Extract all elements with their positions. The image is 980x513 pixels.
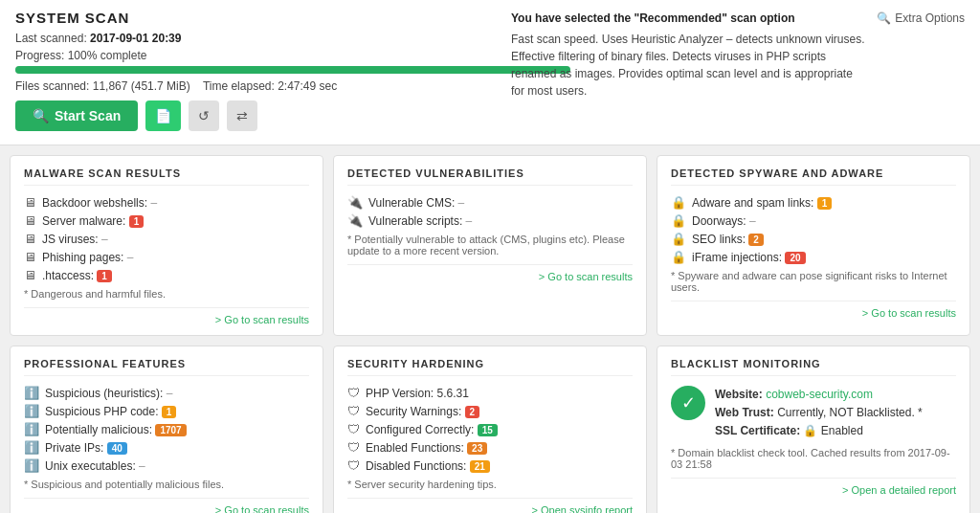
hardening-title: SECURITY HARDENING xyxy=(347,358,633,376)
action-buttons: 🔍 Start Scan 📄 ↺ ⇄ xyxy=(15,100,570,131)
malware-note: * Dangerous and harmful files. xyxy=(24,288,309,300)
vuln-icon-1: 🔌 xyxy=(347,213,363,228)
prof-row-3: ℹ️ Private IPs: 40 xyxy=(24,440,309,455)
hard-icon-4: 🛡 xyxy=(347,458,360,473)
professional-link[interactable]: > Go to scan results xyxy=(24,498,309,513)
vuln-note: * Potentially vulnerable to attack (CMS,… xyxy=(347,234,633,256)
hard-row-2: 🛡 Configured Correctly: 15 xyxy=(347,422,633,436)
malware-row-3: 🖥 Phishing pages: – xyxy=(24,250,309,264)
hard-row-1: 🛡 Security Warnings: 2 xyxy=(347,404,633,418)
professional-card: PROFESSIONAL FEATURES ℹ️ Suspicious (heu… xyxy=(10,346,323,513)
malware-icon-1: 🖥 xyxy=(24,213,36,228)
vuln-icon-0: 🔌 xyxy=(347,195,363,210)
spyware-icon-0: 🔒 xyxy=(671,195,686,210)
hard-row-0: 🛡 PHP Version: 5.6.31 xyxy=(347,386,633,400)
hardening-link[interactable]: > Open sysinfo report xyxy=(347,498,633,513)
check-icon: ✓ xyxy=(671,386,705,420)
malware-title: MALWARE SCAN RESULTS xyxy=(24,167,309,186)
prof-icon-4: ℹ️ xyxy=(24,458,39,473)
hard-icon-2: 🛡 xyxy=(347,422,360,436)
prof-icon-1: ℹ️ xyxy=(24,404,39,418)
prof-icon-0: ℹ️ xyxy=(24,386,39,400)
malware-icon-3: 🖥 xyxy=(24,250,36,264)
malware-icon-0: 🖥 xyxy=(24,195,36,210)
progress-bar xyxy=(15,66,570,74)
spyware-icon-1: 🔒 xyxy=(671,213,686,228)
extra-options-button[interactable]: 🔍 Extra Options xyxy=(877,11,965,25)
hardening-card: SECURITY HARDENING 🛡 PHP Version: 5.6.31… xyxy=(333,346,647,513)
header: SYSTEM SCAN 🔍 Extra Options Last scanned… xyxy=(0,0,980,145)
malware-icon-2: 🖥 xyxy=(24,232,36,246)
file-icon-button[interactable]: 📄 xyxy=(145,100,181,131)
search-icon: 🔍 xyxy=(877,11,891,25)
prof-row-0: ℹ️ Suspicious (heuristics): – xyxy=(24,386,309,400)
hard-row-3: 🛡 Enabled Functions: 23 xyxy=(347,440,633,455)
prof-row-1: ℹ️ Suspicious PHP code: 1 xyxy=(24,404,309,418)
malware-row-0: 🖥 Backdoor webshells: – xyxy=(24,195,309,210)
spyware-row-2: 🔒 SEO links: 2 xyxy=(671,232,956,246)
spyware-icon-2: 🔒 xyxy=(671,232,686,246)
sync-button[interactable]: ⇄ xyxy=(227,100,257,131)
prof-row-4: ℹ️ Unix executables: – xyxy=(24,458,309,473)
progress-fill xyxy=(15,66,570,74)
hard-icon-3: 🛡 xyxy=(347,440,360,455)
prof-icon-2: ℹ️ xyxy=(24,422,39,436)
spyware-row-1: 🔒 Doorways: – xyxy=(671,213,956,228)
blacklist-note: * Domain blacklist check tool. Cached re… xyxy=(671,447,956,470)
malware-icon-4: 🖥 xyxy=(24,268,36,282)
prof-icon-3: ℹ️ xyxy=(24,440,39,455)
recommended-info: You have selected the "Recommended" scan… xyxy=(511,10,865,100)
start-scan-button[interactable]: 🔍 Start Scan xyxy=(15,100,138,131)
professional-note: * Suspicious and potentially malicious f… xyxy=(24,479,309,490)
malware-row-1: 🖥 Server malware: 1 xyxy=(24,213,309,228)
spyware-icon-3: 🔒 xyxy=(671,250,686,264)
last-scanned-label: Last scanned: 2017-09-01 20:39 xyxy=(15,32,181,45)
malware-row-2: 🖥 JS viruses: – xyxy=(24,232,309,246)
main-grid: MALWARE SCAN RESULTS 🖥 Backdoor webshell… xyxy=(0,145,980,513)
vuln-row-1: 🔌 Vulnerable scripts: – xyxy=(347,213,633,228)
vulnerabilities-card: DETECTED VULNERABILITIES 🔌 Vulnerable CM… xyxy=(333,155,647,336)
prof-row-2: ℹ️ Potentially malicious: 1707 xyxy=(24,422,309,436)
blacklist-details: Website: cobweb-security.com Web Trust: … xyxy=(715,386,923,441)
hardening-note: * Server security hardening tips. xyxy=(347,479,633,490)
scan-info: Last scanned: 2017-09-01 20:39 xyxy=(15,32,570,45)
spyware-card: DETECTED SPYWARE AND ADWARE 🔒 Adware and… xyxy=(657,155,970,336)
professional-title: PROFESSIONAL FEATURES xyxy=(24,358,309,376)
vuln-link[interactable]: > Go to scan results xyxy=(347,264,633,282)
spyware-row-0: 🔒 Adware and spam links: 1 xyxy=(671,195,956,210)
search-icon: 🔍 xyxy=(33,108,49,123)
refresh-button[interactable]: ↺ xyxy=(189,100,219,131)
hard-icon-0: 🛡 xyxy=(347,386,360,400)
spyware-note: * Spyware and adware can pose significan… xyxy=(671,270,956,293)
spyware-row-3: 🔒 iFrame injections: 20 xyxy=(671,250,956,264)
hard-icon-1: 🛡 xyxy=(347,404,360,418)
malware-link[interactable]: > Go to scan results xyxy=(24,307,309,325)
vulnerabilities-title: DETECTED VULNERABILITIES xyxy=(347,167,633,186)
malware-card: MALWARE SCAN RESULTS 🖥 Backdoor webshell… xyxy=(10,155,323,336)
blacklist-info: ✓ Website: cobweb-security.com Web Trust… xyxy=(671,386,956,441)
blacklist-card: BLACKLIST MONITORING ✓ Website: cobweb-s… xyxy=(657,346,970,513)
files-info: Files scanned: 11,867 (451.7 MiB) Time e… xyxy=(15,79,570,93)
vuln-row-0: 🔌 Vulnerable CMS: – xyxy=(347,195,633,210)
progress-label: Progress: 100% complete xyxy=(15,49,570,62)
blacklist-link[interactable]: > Open a detailed report xyxy=(671,478,956,496)
blacklist-title: BLACKLIST MONITORING xyxy=(671,358,956,376)
spyware-title: DETECTED SPYWARE AND ADWARE xyxy=(671,167,956,186)
hard-row-4: 🛡 Disabled Functions: 21 xyxy=(347,458,633,473)
spyware-link[interactable]: > Go to scan results xyxy=(671,301,956,319)
lock-icon: 🔒 xyxy=(803,424,817,437)
malware-row-4: 🖥 .htaccess: 1 xyxy=(24,268,309,282)
